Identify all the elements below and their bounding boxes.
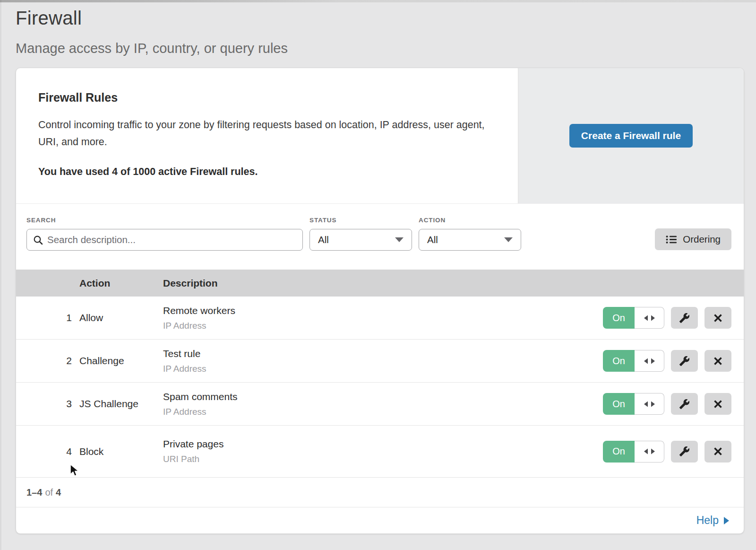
ordering-button-label: Ordering	[683, 234, 721, 245]
action-select[interactable]: All	[419, 229, 521, 251]
rule-description: Private pages	[163, 438, 603, 450]
wrench-icon	[679, 399, 690, 410]
rule-description: Spam comments	[163, 391, 603, 402]
toggle-on-label[interactable]: On	[603, 441, 635, 463]
rule-controls: On	[603, 393, 744, 415]
x-icon	[713, 357, 722, 366]
toggle-knob[interactable]	[635, 393, 664, 415]
table-row: 4 Block Private pages URI Path On	[16, 426, 744, 478]
pagination-range: 1–4	[26, 487, 42, 498]
rule-enabled-toggle[interactable]: On	[603, 393, 664, 415]
window-top-edge	[0, 0, 756, 2]
usage-summary: You have used 4 of 1000 active Firewall …	[38, 166, 499, 178]
rule-priority: 4	[16, 446, 79, 457]
table-row: 2 Challenge Test rule IP Address On	[16, 340, 744, 383]
rule-action: Challenge	[79, 355, 163, 367]
rule-action: Block	[79, 446, 163, 457]
triangle-right-icon	[724, 517, 729, 524]
column-header-action: Action	[79, 278, 163, 289]
search-icon	[33, 235, 43, 245]
rule-description-cell: Remote workers IP Address	[163, 305, 603, 331]
pagination-of: of	[45, 487, 53, 498]
delete-rule-button[interactable]	[704, 307, 731, 329]
mouse-cursor	[69, 464, 81, 477]
delete-rule-button[interactable]	[704, 441, 731, 463]
page-title: Firewall	[16, 8, 756, 29]
rule-enabled-toggle[interactable]: On	[603, 307, 664, 329]
chevron-down-icon	[504, 237, 513, 242]
delete-rule-button[interactable]	[704, 393, 731, 415]
edit-rule-button[interactable]	[671, 307, 698, 329]
wrench-icon	[679, 446, 690, 457]
rule-action: Allow	[79, 312, 163, 323]
card-footer: Help	[16, 507, 744, 533]
rule-description-cell: Spam comments IP Address	[163, 391, 603, 417]
edit-rule-button[interactable]	[671, 393, 698, 415]
table-body: 1 Allow Remote workers IP Address On	[16, 297, 744, 478]
search-filter-group: SEARCH	[26, 217, 303, 251]
section-heading: Firewall Rules	[38, 91, 499, 105]
rule-priority: 3	[16, 398, 79, 410]
status-label: STATUS	[309, 217, 412, 224]
section-description: Control incoming traffic to your zone by…	[38, 116, 485, 150]
create-rule-panel: Create a Firewall rule	[518, 68, 744, 203]
toggle-on-label[interactable]: On	[603, 307, 635, 329]
status-select-value: All	[318, 234, 329, 245]
left-right-arrows-icon	[644, 401, 655, 408]
table-row: 1 Allow Remote workers IP Address On	[16, 297, 744, 340]
overview-text-block: Firewall Rules Control incoming traffic …	[16, 68, 518, 203]
left-right-arrows-icon	[644, 448, 655, 455]
rule-field-type: IP Address	[163, 364, 603, 374]
create-firewall-rule-button[interactable]: Create a Firewall rule	[569, 124, 693, 148]
firewall-rules-card: Firewall Rules Control incoming traffic …	[16, 68, 744, 534]
filters-bar: SEARCH STATUS All ACTION All	[16, 204, 744, 270]
search-box[interactable]	[26, 229, 303, 251]
delete-rule-button[interactable]	[704, 350, 731, 372]
table-header: Action Description	[16, 270, 744, 297]
x-icon	[713, 314, 722, 323]
toggle-on-label[interactable]: On	[603, 350, 635, 372]
overview-section: Firewall Rules Control incoming traffic …	[16, 68, 744, 204]
rule-field-type: IP Address	[163, 407, 603, 417]
rule-controls: On	[603, 441, 744, 463]
rule-controls: On	[603, 350, 744, 372]
search-input[interactable]	[47, 234, 296, 245]
x-icon	[713, 400, 722, 409]
chevron-down-icon	[395, 237, 404, 242]
rule-priority: 2	[16, 355, 79, 367]
pagination-total: 4	[56, 487, 61, 498]
status-filter-group: STATUS All	[309, 217, 412, 251]
toggle-knob[interactable]	[635, 441, 664, 463]
column-header-description: Description	[163, 278, 603, 289]
window-left-edge	[0, 0, 1, 550]
pagination-bar: 1–4 of 4	[16, 478, 744, 507]
rule-description: Remote workers	[163, 305, 603, 316]
edit-rule-button[interactable]	[671, 350, 698, 372]
help-link[interactable]: Help	[696, 514, 729, 527]
search-label: SEARCH	[26, 217, 303, 224]
rule-enabled-toggle[interactable]: On	[603, 350, 664, 372]
toggle-knob[interactable]	[635, 307, 664, 329]
action-select-value: All	[427, 234, 438, 245]
help-link-label: Help	[696, 514, 719, 527]
left-right-arrows-icon	[644, 314, 655, 322]
wrench-icon	[679, 356, 690, 367]
status-select[interactable]: All	[309, 229, 412, 251]
rule-action: JS Challenge	[79, 398, 163, 410]
toggle-on-label[interactable]: On	[603, 393, 635, 415]
rule-field-type: URI Path	[163, 454, 603, 464]
action-label: ACTION	[419, 217, 521, 224]
ordering-button[interactable]: Ordering	[655, 228, 731, 250]
edit-rule-button[interactable]	[671, 441, 698, 463]
x-icon	[713, 447, 722, 456]
page-header: Firewall Manage access by IP, country, o…	[0, 0, 756, 56]
toggle-knob[interactable]	[635, 350, 664, 372]
rule-priority: 1	[16, 312, 79, 323]
left-right-arrows-icon	[644, 358, 655, 365]
action-filter-group: ACTION All	[419, 217, 521, 251]
ordering-list-icon	[666, 235, 677, 244]
rule-description-cell: Private pages URI Path	[163, 438, 603, 464]
table-row: 3 JS Challenge Spam comments IP Address …	[16, 383, 744, 426]
rule-field-type: IP Address	[163, 321, 603, 331]
rule-enabled-toggle[interactable]: On	[603, 441, 664, 463]
